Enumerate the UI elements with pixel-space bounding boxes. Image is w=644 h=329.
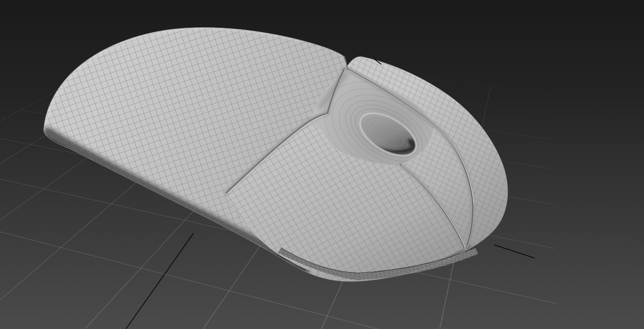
axis-line-peek (374, 59, 381, 64)
viewport-3d[interactable] (0, 0, 644, 329)
overlay (0, 0, 644, 329)
